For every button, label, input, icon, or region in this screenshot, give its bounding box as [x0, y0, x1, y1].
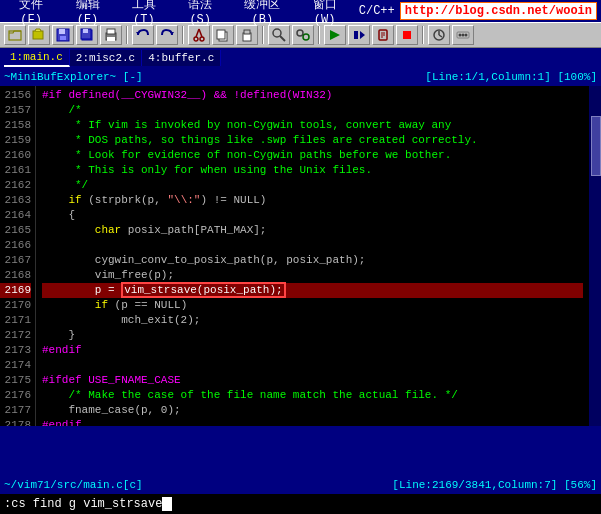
ln-2161: 2161 — [0, 163, 31, 178]
ln-2172: 2172 — [0, 328, 31, 343]
code-line-2168: vim_free(p); — [42, 268, 583, 283]
code-line-2167: cygwin_conv_to_posix_path(p, posix_path)… — [42, 253, 583, 268]
sep3 — [262, 26, 264, 44]
svg-marker-26 — [330, 30, 340, 40]
svg-rect-10 — [107, 37, 115, 41]
toolbar-extra2-btn[interactable] — [452, 25, 474, 45]
tab-bar: 1:main.c 2:misc2.c 4:buffer.c — [0, 48, 601, 68]
ln-2159: 2159 — [0, 133, 31, 148]
menu-edit[interactable]: 编辑(E) — [60, 0, 114, 28]
code-area[interactable]: 2156 2157 2158 2159 2160 2161 2162 2163 … — [0, 86, 601, 426]
svg-point-21 — [273, 29, 281, 37]
minibuf-bar: ~MiniBufExplorer~ [-] [Line:1/1,Column:1… — [0, 68, 601, 86]
tab-buffer-c[interactable]: 4:buffer.c — [142, 50, 221, 66]
code-line-2158: * If vim is invoked by non-Cygwin tools,… — [42, 118, 583, 133]
code-line-2178: #endif — [42, 418, 583, 426]
ln-2170: 2170 — [0, 298, 31, 313]
code-line-2163: if (strpbrk(p, "\\:") != NULL) — [42, 193, 583, 208]
toolbar-debug-btn[interactable] — [372, 25, 394, 45]
tab-main-c[interactable]: 1:main.c — [4, 49, 70, 67]
svg-point-38 — [459, 34, 462, 37]
ln-2175: 2175 — [0, 373, 31, 388]
code-line-2157: /* — [42, 103, 583, 118]
toolbar-save-btn[interactable] — [52, 25, 74, 45]
toolbar-find-btn[interactable] — [268, 25, 290, 45]
svg-rect-27 — [354, 31, 358, 39]
svg-rect-1 — [33, 31, 43, 39]
svg-rect-4 — [60, 36, 66, 40]
menu-syntax[interactable]: 语法(S) — [173, 0, 227, 28]
sep4 — [318, 26, 320, 44]
ln-2165: 2165 — [0, 223, 31, 238]
command-text: :cs find g vim_strsave — [4, 497, 162, 511]
minibuf-left: ~MiniBufExplorer~ [-] — [4, 71, 143, 83]
toolbar-stop-btn[interactable] — [396, 25, 418, 45]
code-line-2170: if (p == NULL) — [42, 298, 583, 313]
toolbar-extra1-btn[interactable] — [428, 25, 450, 45]
scrollbar-thumb[interactable] — [591, 116, 601, 176]
menu-cpp[interactable]: C/C++ — [354, 0, 400, 28]
scrollbar[interactable] — [589, 86, 601, 426]
svg-marker-11 — [136, 32, 140, 35]
menu-tools[interactable]: 工具(T) — [117, 0, 171, 28]
ln-2176: 2176 — [0, 388, 31, 403]
code-line-2159: * DOS paths, so things like .swp files a… — [42, 133, 583, 148]
code-line-2161: * This is only for when using the Unix f… — [42, 163, 583, 178]
toolbar-open-btn[interactable] — [28, 25, 50, 45]
position-info: [Line:2169/3841,Column:7] [56%] — [392, 479, 597, 491]
toolbar — [0, 22, 601, 48]
title-bar: 文件(F) 编辑(E) 工具(T) 语法(S) 缓冲区(B) 窗口(W) C/C… — [0, 0, 601, 22]
svg-rect-0 — [9, 31, 21, 40]
code-line-2175: #ifdef USE_FNAME_CASE — [42, 373, 583, 388]
minibuf-right: [Line:1/1,Column:1] [100%] — [425, 71, 597, 83]
ln-2166: 2166 — [0, 238, 31, 253]
toolbar-run-btn[interactable] — [348, 25, 370, 45]
svg-line-36 — [439, 35, 442, 37]
ln-2160: 2160 — [0, 148, 31, 163]
line-numbers: 2156 2157 2158 2159 2160 2161 2162 2163 … — [0, 86, 36, 426]
ln-2156: 2156 — [0, 88, 31, 103]
sep2 — [182, 26, 184, 44]
toolbar-build-btn[interactable] — [324, 25, 346, 45]
code-content[interactable]: #if defined(__CYGWIN32__) && !defined(WI… — [36, 86, 589, 426]
menu-file[interactable]: 文件(F) — [4, 0, 58, 28]
svg-rect-7 — [83, 29, 88, 33]
code-line-2176: /* Make the case of the file name match … — [42, 388, 583, 403]
ln-2162: 2162 — [0, 178, 31, 193]
menu-window[interactable]: 窗口(W) — [297, 0, 351, 28]
ln-2164: 2164 — [0, 208, 31, 223]
toolbar-undo-btn[interactable] — [132, 25, 154, 45]
toolbar-copy-btn[interactable] — [212, 25, 234, 45]
svg-rect-9 — [107, 29, 115, 34]
file-path-text: ~/vim71/src/main.c[c] — [4, 479, 143, 491]
code-line-2169: p = vim_strsave(posix_path); — [42, 283, 583, 298]
code-line-2172: } — [42, 328, 583, 343]
menu-buffer[interactable]: 缓冲区(B) — [229, 0, 295, 28]
svg-marker-12 — [170, 32, 174, 35]
svg-point-24 — [303, 34, 309, 40]
toolbar-saveall-btn[interactable] — [76, 25, 98, 45]
command-bar[interactable]: :cs find g vim_strsave — [0, 494, 601, 514]
ln-2169: 2169 — [0, 283, 31, 298]
svg-rect-33 — [403, 31, 411, 39]
code-line-2171: mch_exit(2); — [42, 313, 583, 328]
code-line-2156: #if defined(__CYGWIN32__) && !defined(WI… — [42, 88, 583, 103]
ln-2177: 2177 — [0, 403, 31, 418]
command-cursor — [162, 497, 171, 511]
code-line-2174 — [42, 358, 583, 373]
code-line-2177: fname_case(p, 0); — [42, 403, 583, 418]
svg-line-15 — [196, 29, 199, 37]
toolbar-paste-btn[interactable] — [236, 25, 258, 45]
svg-rect-3 — [59, 29, 65, 34]
ln-2173: 2173 — [0, 343, 31, 358]
menu-bar: 文件(F) 编辑(E) 工具(T) 语法(S) 缓冲区(B) 窗口(W) C/C… — [4, 0, 400, 28]
code-line-2166 — [42, 238, 583, 253]
toolbar-print-btn[interactable] — [100, 25, 122, 45]
toolbar-cut-btn[interactable] — [188, 25, 210, 45]
svg-rect-18 — [217, 30, 225, 39]
tab-misc2-c[interactable]: 2:misc2.c — [70, 50, 142, 66]
ln-2174: 2174 — [0, 358, 31, 373]
toolbar-new-btn[interactable] — [4, 25, 26, 45]
toolbar-redo-btn[interactable] — [156, 25, 178, 45]
toolbar-replace-btn[interactable] — [292, 25, 314, 45]
